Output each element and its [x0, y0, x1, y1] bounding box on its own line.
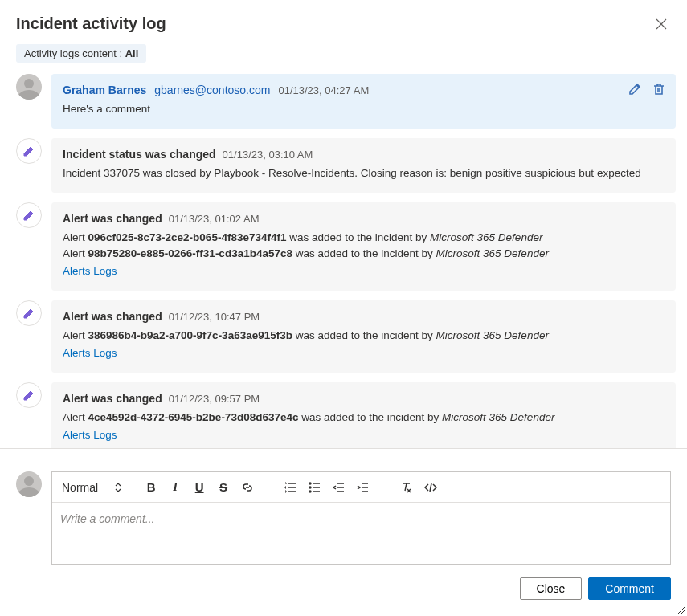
entry-body: Alert 4ce4592d-4372-6945-b2be-73d08d637e… — [63, 410, 665, 443]
svg-point-1 — [309, 487, 311, 488]
activity-entry: Alert was changed01/13/23, 01:02 AMAlert… — [16, 202, 676, 291]
ordered-list-button[interactable] — [280, 476, 302, 499]
entry-body: Here's a comment — [63, 101, 665, 117]
bold-button[interactable]: B — [140, 476, 162, 499]
clear-format-icon — [400, 481, 413, 494]
alert-line: Alert 096cf025-8c73-2ce2-b065-4f83e734f4… — [63, 230, 665, 246]
alert-line: Alert 4ce4592d-4372-6945-b2be-73d08d637e… — [63, 410, 665, 426]
resize-grip-icon[interactable] — [677, 606, 685, 614]
pencil-icon — [22, 145, 35, 157]
format-select[interactable]: Normal — [59, 481, 127, 494]
indent-icon — [357, 481, 370, 494]
alert-line: Alert 386986b4-b9a2-a700-9f7c-3a63ae915f… — [63, 328, 665, 344]
comment-textarea[interactable]: Write a comment... — [52, 503, 670, 564]
activity-list: Graham Barnesgbarnes@contoso.com01/13/23… — [16, 74, 679, 449]
svg-point-0 — [309, 483, 311, 484]
alert-line: Alert 98b75280-e885-0266-ff31-cd3a1b4a57… — [63, 246, 665, 262]
current-user-avatar — [16, 471, 42, 497]
activity-entry: Incident status was changed01/13/23, 03:… — [16, 138, 676, 193]
event-card: Alert was changed01/12/23, 10:47 PMAlert… — [51, 300, 676, 373]
comment-user-name: Graham Barnes — [63, 84, 146, 96]
alerts-logs-link[interactable]: Alerts Logs — [63, 263, 117, 279]
pencil-icon — [628, 82, 642, 96]
link-icon — [241, 481, 254, 494]
comment-composer: Normal B I U S — [0, 449, 687, 577]
delete-comment-button[interactable] — [652, 82, 666, 99]
entry-body: Alert 096cf025-8c73-2ce2-b065-4f83e734f4… — [63, 230, 665, 279]
pencil-icon — [22, 209, 35, 222]
event-card: Alert was changed01/13/23, 01:02 AMAlert… — [51, 202, 676, 291]
format-select-label: Normal — [62, 481, 98, 494]
edit-comment-button[interactable] — [628, 82, 642, 99]
trash-icon — [652, 82, 666, 96]
filter-pill[interactable]: Activity logs content : All — [16, 44, 146, 63]
event-badge — [16, 300, 42, 326]
outdent-button[interactable] — [328, 476, 350, 499]
close-icon[interactable] — [655, 18, 668, 31]
event-title: Incident status was changed — [63, 148, 216, 161]
activity-entry: Alert was changed01/12/23, 09:57 PMAlert… — [16, 382, 676, 449]
event-title: Alert was changed — [63, 212, 162, 225]
panel-header: Incident activity log — [0, 0, 687, 38]
event-timestamp: 01/12/23, 10:47 PM — [169, 311, 260, 323]
event-card: Alert was changed01/12/23, 09:57 PMAlert… — [51, 382, 676, 449]
activity-entry: Alert was changed01/12/23, 10:47 PMAlert… — [16, 300, 676, 373]
filter-label: Activity logs content : — [24, 47, 125, 59]
unordered-list-button[interactable] — [304, 476, 326, 499]
comment-button[interactable]: Comment — [588, 577, 671, 600]
event-badge — [16, 382, 42, 408]
event-timestamp: 01/12/23, 09:57 PM — [169, 393, 260, 405]
event-badge — [16, 202, 42, 228]
ordered-list-icon — [284, 481, 297, 494]
underline-button[interactable]: U — [188, 476, 211, 499]
comment-timestamp: 01/13/23, 04:27 AM — [278, 84, 369, 96]
svg-point-2 — [309, 491, 311, 492]
italic-button[interactable]: I — [164, 476, 186, 499]
event-card: Incident status was changed01/13/23, 03:… — [51, 138, 676, 193]
comment-editor: Normal B I U S — [51, 471, 671, 565]
strike-button[interactable]: S — [212, 476, 235, 499]
updown-icon — [114, 483, 122, 492]
panel-footer: Close Comment — [0, 577, 687, 616]
activity-entry: Graham Barnesgbarnes@contoso.com01/13/23… — [16, 74, 676, 129]
entry-body: Alert 386986b4-b9a2-a700-9f7c-3a63ae915f… — [63, 328, 665, 361]
unordered-list-icon — [309, 481, 321, 494]
close-button[interactable]: Close — [520, 577, 583, 600]
alerts-logs-link[interactable]: Alerts Logs — [63, 345, 117, 361]
code-button[interactable] — [419, 476, 442, 499]
filter-row: Activity logs content : All — [0, 38, 687, 74]
indent-button[interactable] — [352, 476, 374, 499]
clear-format-button[interactable] — [395, 476, 418, 499]
event-timestamp: 01/13/23, 03:10 AM — [223, 149, 313, 161]
page-title: Incident activity log — [16, 14, 166, 33]
filter-value: All — [125, 47, 139, 59]
activity-scroll[interactable]: Graham Barnesgbarnes@contoso.com01/13/23… — [0, 74, 687, 449]
event-timestamp: 01/13/23, 01:02 AM — [169, 213, 260, 225]
event-title: Alert was changed — [63, 392, 162, 405]
pencil-icon — [22, 307, 35, 320]
event-title: Alert was changed — [63, 310, 162, 323]
editor-toolbar: Normal B I U S — [52, 472, 670, 503]
alerts-logs-link[interactable]: Alerts Logs — [63, 427, 117, 443]
pencil-icon — [22, 389, 35, 402]
comment-user-email: gbarnes@contoso.com — [154, 84, 270, 96]
entry-body: Incident 337075 was closed by Playbook -… — [63, 165, 665, 182]
activity-log-panel: Incident activity log Activity logs cont… — [0, 0, 687, 616]
user-avatar — [16, 74, 42, 100]
code-icon — [424, 481, 437, 494]
comment-card: Graham Barnesgbarnes@contoso.com01/13/23… — [51, 74, 676, 129]
event-badge — [16, 138, 42, 164]
outdent-icon — [333, 481, 346, 494]
link-button[interactable] — [236, 476, 259, 499]
